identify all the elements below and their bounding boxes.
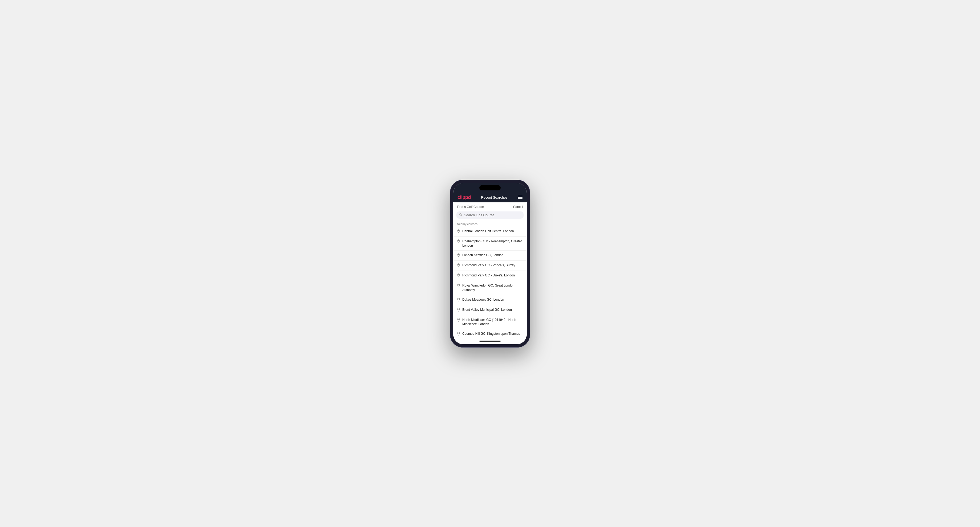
course-name: Richmond Park GC - Prince's, Surrey xyxy=(462,263,515,268)
search-section: Find a Golf Course Cancel xyxy=(453,202,527,221)
list-item[interactable]: London Scottish GC, London xyxy=(453,251,527,261)
phone-frame: clippd Recent Searches Find a Golf Cours… xyxy=(450,180,530,348)
course-name: Central London Golf Centre, London xyxy=(462,229,514,233)
list-item[interactable]: Brent Valley Municipal GC, London xyxy=(453,305,527,315)
list-item[interactable]: Richmond Park GC - Prince's, Surrey xyxy=(453,261,527,271)
search-bar xyxy=(457,211,523,219)
menu-line-1 xyxy=(518,196,522,196)
list-item[interactable]: Royal Wimbledon GC, Great London Authori… xyxy=(453,281,527,295)
app-header: clippd Recent Searches xyxy=(453,192,527,202)
course-name: Royal Wimbledon GC, Great London Authori… xyxy=(462,283,523,292)
list-item[interactable]: North Middlesex GC (1011942 - North Midd… xyxy=(453,315,527,329)
menu-line-3 xyxy=(518,198,522,199)
svg-point-2 xyxy=(458,230,459,231)
svg-point-11 xyxy=(458,333,459,334)
location-pin-icon xyxy=(457,253,460,258)
nearby-section: Nearby courses Central London Golf Centr… xyxy=(453,221,527,338)
dynamic-island xyxy=(479,185,501,190)
list-item[interactable]: Roehampton Club - Roehampton, Greater Lo… xyxy=(453,237,527,251)
svg-point-3 xyxy=(458,240,459,241)
location-pin-icon xyxy=(457,240,460,244)
location-pin-icon xyxy=(457,318,460,323)
list-item[interactable]: Coombe Hill GC, Kingston upon Thames xyxy=(453,329,527,338)
cancel-button[interactable]: Cancel xyxy=(513,205,523,209)
svg-point-9 xyxy=(458,309,459,310)
svg-point-10 xyxy=(458,319,459,319)
header-title: Recent Searches xyxy=(481,195,508,200)
find-label: Find a Golf Course xyxy=(457,205,484,209)
nearby-label: Nearby courses xyxy=(453,221,527,227)
svg-point-0 xyxy=(460,213,461,215)
menu-icon[interactable] xyxy=(518,196,522,199)
svg-point-8 xyxy=(458,298,459,299)
svg-point-4 xyxy=(458,254,459,255)
course-name: Dukes Meadows GC, London xyxy=(462,297,504,302)
list-item[interactable]: Dukes Meadows GC, London xyxy=(453,295,527,305)
find-header: Find a Golf Course Cancel xyxy=(453,202,527,210)
course-name: Brent Valley Municipal GC, London xyxy=(462,308,512,312)
app-logo: clippd xyxy=(458,195,471,200)
phone-top-bar xyxy=(453,183,527,192)
course-name: Coombe Hill GC, Kingston upon Thames xyxy=(462,332,520,336)
svg-point-5 xyxy=(458,264,459,265)
phone-screen: clippd Recent Searches Find a Golf Cours… xyxy=(453,183,527,344)
svg-line-1 xyxy=(461,215,462,216)
search-icon xyxy=(459,213,462,217)
list-item[interactable]: Central London Golf Centre, London xyxy=(453,227,527,237)
location-pin-icon xyxy=(457,273,460,278)
location-pin-icon xyxy=(457,284,460,288)
course-name: North Middlesex GC (1011942 - North Midd… xyxy=(462,318,523,327)
location-pin-icon xyxy=(457,229,460,234)
course-name: Roehampton Club - Roehampton, Greater Lo… xyxy=(462,239,523,248)
course-name: Richmond Park GC - Duke's, London xyxy=(462,273,515,278)
list-item[interactable]: Richmond Park GC - Duke's, London xyxy=(453,271,527,281)
location-pin-icon xyxy=(457,308,460,313)
course-list: Central London Golf Centre, London Roeha… xyxy=(453,227,527,338)
home-indicator xyxy=(479,341,501,342)
home-bar xyxy=(453,338,527,344)
svg-point-7 xyxy=(458,284,459,285)
location-pin-icon xyxy=(457,264,460,268)
course-name: London Scottish GC, London xyxy=(462,253,503,257)
search-input[interactable] xyxy=(464,213,521,217)
location-pin-icon xyxy=(457,298,460,303)
location-pin-icon xyxy=(457,332,460,337)
menu-line-2 xyxy=(518,197,522,198)
svg-point-6 xyxy=(458,274,459,275)
